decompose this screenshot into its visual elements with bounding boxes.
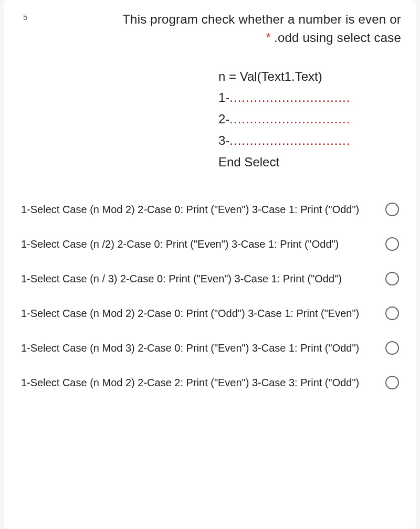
radio-icon[interactable] xyxy=(385,341,399,355)
code-line-2-dots: .............................. xyxy=(229,112,350,126)
option-row[interactable]: 1-Select Case (n Mod 2) 2-Case 0: Print … xyxy=(19,192,401,227)
radio-icon[interactable] xyxy=(385,237,399,251)
code-line-3-dots: .............................. xyxy=(229,133,350,147)
radio-icon[interactable] xyxy=(385,306,399,320)
radio-icon[interactable] xyxy=(385,203,399,216)
code-line-1-dots: .............................. xyxy=(229,90,350,104)
code-line-2: 2-.............................. xyxy=(218,109,401,130)
option-row[interactable]: 1-Select Case (n /2) 2-Case 0: Print ("E… xyxy=(19,227,401,261)
option-text: 1-Select Case (n Mod 2) 2-Case 0: Print … xyxy=(21,202,375,217)
code-line-4: End Select xyxy=(218,152,401,173)
question-header: 5 This program check whether a number is… xyxy=(19,10,401,47)
option-row[interactable]: 1-Select Case (n / 3) 2-Case 0: Print ("… xyxy=(19,261,401,296)
question-card: 5 This program check whether a number is… xyxy=(4,0,416,529)
option-text: 1-Select Case (n Mod 2) 2-Case 2: Print … xyxy=(21,375,375,390)
radio-icon[interactable] xyxy=(385,272,399,285)
option-text: 1-Select Case (n / 3) 2-Case 0: Print ("… xyxy=(21,271,375,287)
options-list: 1-Select Case (n Mod 2) 2-Case 0: Print … xyxy=(19,192,401,400)
required-mark: * xyxy=(266,30,271,45)
option-row[interactable]: 1-Select Case (n Mod 3) 2-Case 0: Print … xyxy=(19,331,401,365)
code-line-1-prefix: 1- xyxy=(218,90,229,104)
question-title-line2: .odd using select case xyxy=(274,30,401,45)
option-text: 1-Select Case (n Mod 2) 2-Case 0: Print … xyxy=(21,305,375,321)
radio-icon[interactable] xyxy=(385,376,399,389)
code-block: n = Val(Text1.Text) 1-..................… xyxy=(19,66,401,173)
question-title-line1: This program check whether a number is e… xyxy=(122,12,401,26)
option-text: 1-Select Case (n Mod 3) 2-Case 0: Print … xyxy=(21,340,375,356)
code-line-2-prefix: 2- xyxy=(218,112,229,126)
code-line-3: 3-.............................. xyxy=(218,130,401,152)
code-line-0: n = Val(Text1.Text) xyxy=(218,66,401,88)
code-line-3-prefix: 3- xyxy=(218,133,229,147)
question-title: This program check whether a number is e… xyxy=(55,10,401,47)
option-text: 1-Select Case (n /2) 2-Case 0: Print ("E… xyxy=(21,236,375,252)
option-row[interactable]: 1-Select Case (n Mod 2) 2-Case 2: Print … xyxy=(19,365,401,400)
question-number: 5 xyxy=(23,13,27,22)
question-number-group: 5 xyxy=(19,10,45,22)
code-line-1: 1-.............................. xyxy=(218,87,401,109)
option-row[interactable]: 1-Select Case (n Mod 2) 2-Case 0: Print … xyxy=(19,296,401,331)
